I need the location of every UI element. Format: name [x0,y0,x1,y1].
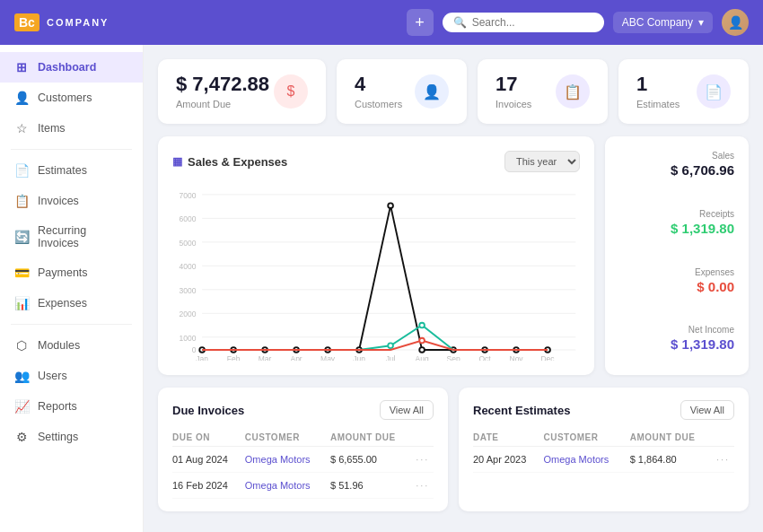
svg-text:May: May [320,354,336,361]
sidebar-divider-1 [11,149,132,150]
sidebar-item-settings[interactable]: ⚙ Settings [0,422,143,452]
sidebar-main-section: ⊞ Dashboard 👤 Customers ☆ Items [0,52,143,144]
sidebar-item-payments[interactable]: 💳 Payments [0,257,143,288]
customer-cell[interactable]: Omega Motors [245,473,330,499]
svg-point-41 [419,323,425,328]
stat-info: $ 7,472.88 Amount Due [176,74,269,109]
sidebar-item-estimates[interactable]: 📄 Estimates [0,155,143,186]
chart-filter: This year Last year [504,151,580,172]
tables-row: Due Invoices View All DUE ON CUSTOMER AM… [158,388,749,511]
company-name: ABC Company [622,16,693,29]
svg-text:Dec: Dec [540,354,555,361]
stat-info: 17 Invoices [496,74,531,109]
search-bar: 🔍 [443,13,604,32]
sidebar-item-modules[interactable]: ⬡ Modules [0,330,143,361]
svg-text:Jan: Jan [196,354,208,361]
svg-text:5000: 5000 [180,239,197,248]
header-actions: + 🔍 ABC Company ▾ 👤 [407,9,749,36]
stat-value-customers: 4 [355,74,402,95]
customer-cell[interactable]: Omega Motors [543,447,629,473]
sidebar-item-invoices[interactable]: 📋 Invoices [0,186,143,216]
customer-cell[interactable]: Omega Motors [245,447,330,473]
svg-text:0: 0 [192,345,197,354]
summary-sales-value: $ 6,706.96 [619,162,734,178]
svg-point-34 [388,204,393,209]
svg-text:Aug: Aug [416,354,429,361]
sidebar-item-reports[interactable]: 📈 Reports [0,391,143,422]
summary-net-income-label: Net Income [619,325,734,335]
svg-text:Jun: Jun [353,354,365,361]
svg-point-35 [419,347,425,353]
col-amount-due: AMOUNT DUE [630,429,716,447]
summary-net-income-value: $ 1,319.80 [619,336,734,352]
sidebar-item-label: Users [38,370,67,382]
logo-icon: Bc [14,13,43,32]
avatar[interactable]: 👤 [722,9,749,36]
payments-icon: 💳 [14,266,29,280]
col-customer: CUSTOMER [543,429,629,447]
search-icon: 🔍 [453,16,467,29]
recent-estimates-view-all[interactable]: View All [680,400,734,420]
sidebar-item-items[interactable]: ☆ Items [0,113,143,144]
sidebar-item-label: Recurring Invoices [38,224,128,249]
chart-title-icon: ▦ [172,155,182,168]
sidebar-item-recurring[interactable]: 🔄 Recurring Invoices [0,216,143,257]
sidebar: ⊞ Dashboard 👤 Customers ☆ Items 📄 Estima… [0,45,144,532]
stat-card-amount-due: $ 7,472.88 Amount Due $ [158,59,326,124]
due-on-cell: 01 Aug 2024 [172,447,245,473]
logo-area: Bc COMPANY [14,13,396,32]
stat-info: 1 Estimates [636,74,680,109]
more-button[interactable]: ··· [416,473,434,499]
sidebar-item-customers[interactable]: 👤 Customers [0,83,143,113]
summary-expenses: Expenses $ 0.00 [619,267,734,294]
dashboard-icon: ⊞ [14,60,29,74]
sidebar-item-label: Reports [38,400,77,413]
stat-value-estimates: 1 [636,74,680,95]
add-button[interactable]: + [407,9,434,36]
svg-text:1000: 1000 [180,334,197,343]
chart-filter-select[interactable]: This year Last year [504,151,580,172]
chart-svg-wrap: 7000 6000 5000 4000 3000 2000 1000 0 [172,181,580,361]
col-date: DATE [473,429,543,447]
recent-estimates-card: Recent Estimates View All DATE CUSTOMER … [459,388,749,511]
chart-section: ▦ Sales & Expenses This year Last year 7… [158,136,749,375]
search-input[interactable] [472,16,593,29]
stat-card-invoices: 17 Invoices 📋 [478,59,608,124]
stat-info: 4 Customers [355,74,402,109]
logo-letter: Bc [14,13,39,31]
sidebar-item-label: Dashboard [38,61,96,74]
company-selector[interactable]: ABC Company ▾ [613,12,713,33]
col-due-on: DUE ON [172,429,245,447]
sidebar-finance-section: 📄 Estimates 📋 Invoices 🔄 Recurring Invoi… [0,155,143,318]
sidebar-item-dashboard[interactable]: ⊞ Dashboard [0,52,143,83]
sidebar-item-users[interactable]: 👥 Users [0,361,143,391]
sidebar-item-label: Invoices [38,195,79,207]
invoices-icon: 📋 [14,194,29,208]
svg-text:7000: 7000 [180,191,197,200]
stat-icon-invoices: 📋 [556,74,590,109]
logo-text: COMPANY [47,17,109,28]
stat-label-amount-due: Amount Due [176,99,269,109]
more-button[interactable]: ··· [716,447,734,473]
summary-expenses-label: Expenses [619,267,734,277]
svg-point-40 [388,344,393,349]
table-row: 20 Apr 2023 Omega Motors $ 1,864.80 ··· [473,447,734,473]
more-button[interactable]: ··· [416,447,434,473]
sidebar-item-expenses[interactable]: 📊 Expenses [0,288,143,318]
due-on-cell: 16 Feb 2024 [172,473,245,499]
stat-label-customers: Customers [355,99,402,109]
stat-label-estimates: Estimates [636,99,680,109]
recurring-icon: 🔄 [14,230,29,244]
chart-card: ▦ Sales & Expenses This year Last year 7… [158,136,594,375]
svg-text:6000: 6000 [180,214,197,223]
sales-chart-svg: 7000 6000 5000 4000 3000 2000 1000 0 [172,181,580,361]
table-row: 01 Aug 2024 Omega Motors $ 6,655.00 ··· [172,447,434,473]
recent-estimates-header: Recent Estimates View All [473,400,734,420]
modules-icon: ⬡ [14,338,29,353]
stat-icon-estimates: 📄 [697,74,731,109]
summary-expenses-value: $ 0.00 [619,279,734,294]
summary-receipts: Receipts $ 1,319.80 [619,209,734,236]
stat-icon-amount-due: $ [274,74,308,109]
due-invoices-view-all[interactable]: View All [380,400,434,420]
amount-cell: $ 6,655.00 [330,447,416,473]
